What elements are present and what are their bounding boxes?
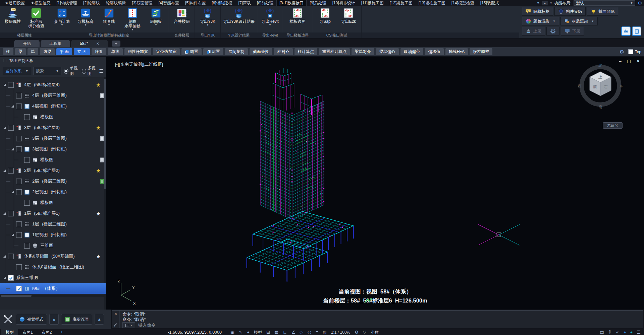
tree-row[interactable]: 58#（体系） [0, 283, 106, 294]
lineweight-icon[interactable]: ≡ [316, 329, 318, 335]
toolbar-button-详看[interactable]: 详看 [92, 48, 106, 55]
toolbar-button-虚梁[interactable]: 虚梁 [40, 48, 55, 55]
tree-row[interactable]: 1层(楼层三维图) [0, 219, 106, 229]
toolbar-button-墙[interactable]: 墙 [28, 48, 38, 55]
toolbar-button-前置[interactable]: 前置 [181, 48, 202, 55]
tree-row[interactable]: 模板图 [0, 112, 106, 122]
viewport-controls-label[interactable]: [-][东南等轴测][二维线框] [115, 61, 163, 67]
tree-row[interactable]: 体系0基础面(58#基础面)★ [0, 251, 106, 262]
command-combo-icon[interactable]: ▾ [122, 322, 135, 328]
top-view-checkbox[interactable]: ✓Top [628, 49, 641, 54]
layout-tab-+[interactable]: + [56, 329, 67, 335]
ribbon-button-export-yjk[interactable]: ()导出YJK▼ [196, 7, 219, 27]
tools-icon[interactable] [3, 314, 13, 325]
settings-gear-icon[interactable]: ⚙ [355, 329, 359, 335]
tree-checkbox[interactable] [24, 114, 30, 120]
ribbon-right-button-down-layer[interactable]: 下层 [561, 27, 584, 36]
tree-row[interactable]: 1层视图(剖切框) [0, 229, 106, 240]
tree-checkbox[interactable] [16, 189, 22, 195]
tree-checkbox[interactable] [8, 275, 14, 281]
menu-item[interactable]: [2]轮廓线 [80, 0, 103, 6]
object-snap-icon[interactable]: ◎ [308, 329, 311, 335]
tree-checkbox[interactable] [16, 264, 22, 270]
viewcube-unnamed-button[interactable]: 未命名 [603, 122, 623, 129]
tab-[interactable]: 开始 [14, 40, 40, 47]
layout-tab-布局1[interactable]: 布局1 [18, 329, 37, 335]
ribbon-button-export-revit[interactable]: ()R导出Revit▼ [259, 7, 281, 27]
model-space-button[interactable]: 模型 [254, 330, 262, 335]
tree-expander-icon[interactable] [11, 191, 14, 193]
tree-expander-icon[interactable] [3, 255, 6, 258]
cursor-select-icon[interactable]: ↖ [239, 329, 243, 335]
toolbar-button-柱[interactable]: 柱 [3, 48, 13, 55]
tree-checkbox[interactable] [24, 243, 30, 249]
toolbar-button-轴线FEA[interactable]: 轴线FEA [445, 48, 468, 55]
tree-checkbox[interactable] [16, 232, 22, 238]
pencil-icon[interactable] [114, 323, 118, 327]
toolbar-button-误差调整[interactable]: 误差调整 [470, 48, 492, 55]
tree-row[interactable]: 体系0基础面(楼层三维图) [0, 262, 106, 272]
toolbar-button-截面替换[interactable]: 截面替换 [250, 48, 272, 55]
tree-horizontal-scrollbar[interactable] [0, 294, 106, 297]
layout-tab-布局2[interactable]: 布局2 [37, 329, 56, 335]
tree-row[interactable]: 4层(楼层三维图) [0, 90, 106, 101]
command-close-icon[interactable]: ✕ [114, 312, 117, 316]
ribbon-right-button-member-visibility[interactable]: 构件显隐 [554, 7, 586, 16]
annotation-scale-button[interactable]: 1:1 / 100% [331, 330, 350, 335]
tree-checkbox[interactable] [8, 254, 14, 259]
blue-dot-icon[interactable]: ● [624, 329, 626, 335]
check-icon[interactable]: ✓ [616, 329, 620, 335]
visual-style-up-button[interactable]: ▲ [49, 314, 59, 325]
favorite-star-icon[interactable]: ★ [96, 125, 101, 130]
tree-row[interactable]: 模板图 [0, 197, 106, 208]
dynamic-input-icon[interactable]: ▣ [230, 329, 234, 335]
menu-item[interactable]: [8]前处理 [254, 0, 276, 6]
ribbon-button-interlayer-slab[interactable]: 层间板▼ [145, 7, 167, 27]
current-system-dropdown[interactable]: 当前体系 ▼ [3, 67, 31, 75]
toolbar-button-柱计算点[interactable]: 柱计算点 [294, 48, 317, 55]
tree-row[interactable]: 三维图 [0, 240, 106, 251]
command-window[interactable]: ✕ 命令: *取消* 命令: *取消* ▾ 键入命令 [112, 310, 643, 328]
tree-checkbox[interactable] [16, 146, 22, 152]
toolbar-button-柱对齐[interactable]: 柱对齐 [274, 48, 293, 55]
tree-checkbox[interactable] [8, 168, 14, 174]
menu-item[interactable]: ★模型信息 [28, 0, 54, 6]
menu-item[interactable]: [5]构件布置 [182, 0, 209, 6]
panel-menu-icon[interactable]: ☰ [99, 68, 103, 74]
toolbar-gear-icon[interactable]: ⚙ [620, 49, 624, 55]
menu-item[interactable]: [13]墙柱施工图 [416, 0, 448, 6]
ribbon-button-export-sap[interactable]: 导Sap [314, 7, 336, 24]
tree-row[interactable]: 3层视图(剖切框) [0, 144, 106, 154]
ribbon-right-button-section-visibility[interactable]: 截面显隐 [587, 7, 618, 16]
favorite-star-icon[interactable]: ★ [96, 211, 101, 216]
menu-item[interactable]: [14]模型检查 [448, 0, 477, 6]
close-icon[interactable]: ✕ [636, 59, 640, 64]
filter-icon[interactable]: ▽ [363, 329, 366, 335]
tree-expander-icon[interactable] [3, 212, 6, 215]
hamburger-menu-icon[interactable]: ☰ [637, 329, 641, 335]
doc-green-icon[interactable] [99, 179, 105, 184]
precision-button[interactable]: 小数 [371, 330, 379, 335]
layout-gear-icon[interactable]: ⚙ [638, 1, 642, 5]
menu-item[interactable]: [9]后处理 [307, 0, 329, 6]
cyan-dot-icon[interactable]: ● [630, 329, 633, 335]
toolbar-button-取消偏心[interactable]: 取消偏心 [400, 48, 423, 55]
tree-expander-icon[interactable] [11, 148, 14, 150]
menu-item[interactable]: 轮廓线编辑 [103, 0, 129, 6]
ribbon-right-button-material-render[interactable]: 材质渲染▼ [560, 17, 598, 25]
search-dropdown[interactable]: 搜索 ▼ [33, 67, 62, 75]
menu-caret-icon[interactable]: ▾ [550, 1, 552, 5]
properties-panel-button[interactable] [621, 26, 631, 36]
transparency-icon[interactable]: ▨ [323, 329, 327, 335]
tree-row[interactable]: 2层(58#标准层2)★ [0, 165, 106, 176]
multi-view-radio[interactable]: 多视图 [82, 65, 97, 77]
favorite-star-icon[interactable]: ★ [96, 168, 101, 173]
tree-checkbox[interactable] [8, 125, 14, 131]
menu-item[interactable]: [4]智能布置 [156, 0, 182, 6]
isodraft-icon[interactable]: ◇ [300, 329, 303, 335]
tree-checkbox[interactable] [16, 286, 22, 291]
tree-expander-icon[interactable] [11, 105, 14, 108]
drawing-viewport[interactable]: ZYX [-][东南等轴测][二维线框] – ▢ ✕ 北东南西上前右 未命名 当… [106, 57, 644, 310]
toolbar-button-后置[interactable]: 后置 [203, 48, 223, 55]
ribbon-right-button-up-layer[interactable]: 上层 [522, 27, 545, 36]
